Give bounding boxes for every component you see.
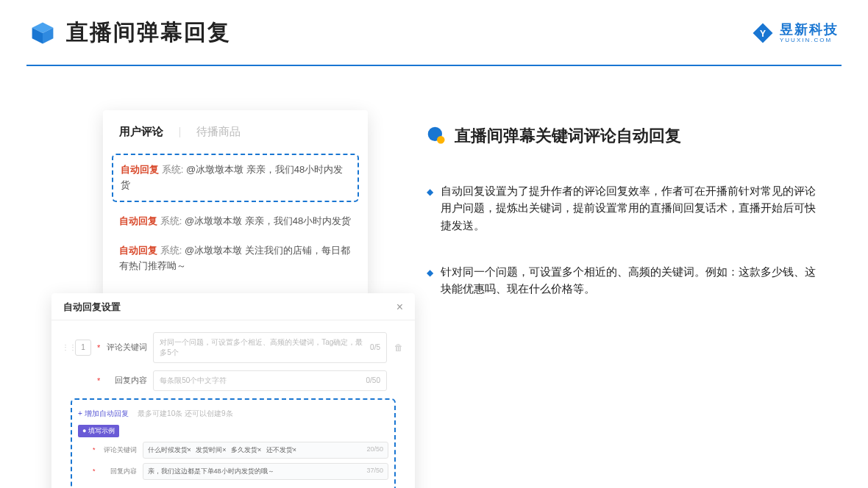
brand: Y 昱新科技 YUUXIN.COM [752, 22, 839, 44]
page-header: 直播间弹幕回复 Y 昱新科技 YUUXIN.COM [29, 18, 839, 48]
example-content-count: 37/50 [366, 467, 383, 476]
required-mark: * [97, 343, 100, 352]
add-note: 最多可建10条 还可以创建9条 [138, 409, 232, 417]
keyword-count: 0/5 [370, 343, 380, 351]
tab-pending-goods[interactable]: 待播商品 [196, 125, 241, 139]
example-keyword-input: 什么时候发货× 发货时间× 多久发货× 还不发货× 20/50 [143, 442, 388, 459]
bullet-item: ◆ 针对同一个问题，可设置多个相近的、高频的关键词。例如：这款多少钱、这块能优惠… [427, 263, 839, 298]
diamond-bullet-icon: ◆ [427, 266, 433, 280]
comment-row: 自动回复 系统: @冰墩墩本墩 亲亲，我们48小时内发货 [103, 207, 368, 237]
example-content-label: 回复内容 [102, 467, 137, 476]
brand-name-cn: 昱新科技 [780, 23, 839, 36]
settings-body: ⋮⋮ 1 * 评论关键词 对同一个问题，可设置多个相近、高频的关键词，Tag确定… [51, 320, 415, 488]
content-label: 回复内容 [106, 375, 147, 386]
add-auto-reply-link[interactable]: + 增加自动回复 [78, 409, 129, 417]
svg-text:Y: Y [760, 28, 766, 38]
keyword-input[interactable]: 对同一个问题，可设置多个相近、高频的关键词，Tag确定，最多5个 0/5 [153, 332, 387, 363]
auto-reply-tag: 自动回复 [121, 164, 159, 175]
content-placeholder: 每条限50个中文字符 [160, 376, 227, 386]
required-mark: * [93, 467, 96, 475]
keyword-tag: 多久发货× [231, 445, 261, 455]
keyword-tag: 还不发货× [266, 445, 296, 455]
keyword-tag: 发货时间× [196, 445, 226, 455]
comment-tabs: 用户评论 待播商品 [103, 125, 368, 149]
keyword-placeholder: 对同一个问题，可设置多个相近、高频的关键词，Tag确定，最多5个 [160, 337, 370, 358]
page-title: 直播间弹幕回复 [66, 18, 231, 48]
auto-reply-settings-card: 自动回复设置 × ⋮⋮ 1 * 评论关键词 对同一个问题，可设置多个相近、高频的… [51, 293, 415, 488]
diamond-bullet-icon: ◆ [427, 185, 433, 199]
example-content-row: * 回复内容 亲，我们这边都是下单48小时内发货的哦～ 37/50 [78, 463, 388, 480]
bullet-text: 自动回复设置为了提升作者的评论回复效率，作者可在开播前针对常见的评论用户问题，提… [441, 182, 824, 234]
settings-title: 自动回复设置 [63, 301, 121, 314]
section-header: 直播间弹幕关键词评论自动回复 [427, 125, 839, 147]
chat-bubble-icon [427, 126, 447, 146]
auto-reply-tag: 自动回复 [119, 245, 157, 256]
brand-logo-icon: Y [752, 22, 774, 44]
required-mark: * [97, 376, 100, 385]
svg-point-6 [437, 136, 445, 144]
example-keyword-tags: 什么时候发货× 发货时间× 多久发货× 还不发货× [148, 445, 300, 455]
example-keyword-count: 20/50 [366, 445, 383, 455]
close-icon[interactable]: × [396, 301, 403, 314]
tab-separator [179, 127, 180, 137]
keyword-form-row: ⋮⋮ 1 * 评论关键词 对同一个问题，可设置多个相近、高频的关键词，Tag确定… [62, 332, 405, 363]
comment-row-highlighted: 自动回复 系统: @冰墩墩本墩 亲亲，我们48小时内发货 [112, 154, 359, 202]
system-label: 系统: [160, 215, 182, 226]
content-count: 0/50 [366, 376, 380, 384]
brand-name-en: YUUXIN.COM [780, 37, 839, 43]
right-column: 直播间弹幕关键词评论自动回复 ◆ 自动回复设置为了提升作者的评论回复效率，作者可… [427, 125, 839, 326]
title-wrap: 直播间弹幕回复 [29, 18, 231, 48]
system-label: 系统: [160, 245, 182, 256]
auto-reply-tag: 自动回复 [119, 215, 157, 226]
bullet-text: 针对同一个问题，可设置多个相近的、高频的关键词。例如：这款多少钱、这块能优惠吗、… [441, 263, 824, 298]
content-form-row: * 回复内容 每条限50个中文字符 0/50 [62, 370, 405, 391]
comment-text: @冰墩墩本墩 亲亲，我们48小时内发货 [185, 215, 351, 226]
comment-row: 自动回复 系统: @冰墩墩本墩 关注我们的店铺，每日都有热门推荐呦～ [103, 236, 368, 281]
bullet-item: ◆ 自动回复设置为了提升作者的评论回复效率，作者可在开播前针对常见的评论用户问题… [427, 182, 839, 234]
left-panel: 用户评论 待播商品 自动回复 系统: @冰墩墩本墩 亲亲，我们48小时内发货 自… [51, 110, 415, 488]
required-mark: * [93, 446, 96, 453]
example-content-input: 亲，我们这边都是下单48小时内发货的哦～ 37/50 [143, 463, 388, 480]
rule-number: 1 [75, 340, 91, 356]
tab-user-comments[interactable]: 用户评论 [119, 125, 163, 139]
drag-handle-icon[interactable]: ⋮⋮ [62, 343, 69, 351]
example-keyword-row: * 评论关键词 什么时候发货× 发货时间× 多久发货× 还不发货× 20/50 [78, 442, 388, 459]
example-badge: ● 填写示例 [78, 425, 119, 437]
settings-header: 自动回复设置 × [51, 293, 415, 320]
keyword-tag: 什么时候发货× [148, 445, 191, 455]
example-keyword-label: 评论关键词 [102, 445, 137, 455]
delete-icon[interactable]: 🗑 [393, 342, 405, 353]
content-input[interactable]: 每条限50个中文字符 0/50 [153, 370, 387, 391]
keyword-label: 评论关键词 [106, 342, 147, 353]
example-content-text: 亲，我们这边都是下单48小时内发货的哦～ [148, 467, 274, 476]
header-rule [26, 65, 842, 66]
example-block: + 增加自动回复 最多可建10条 还可以创建9条 ● 填写示例 * 评论关键词 … [71, 398, 396, 488]
section-title: 直播间弹幕关键词评论自动回复 [455, 125, 681, 147]
cube-icon [29, 20, 56, 46]
comment-card: 用户评论 待播商品 自动回复 系统: @冰墩墩本墩 亲亲，我们48小时内发货 自… [103, 110, 368, 296]
system-label: 系统: [162, 164, 184, 175]
